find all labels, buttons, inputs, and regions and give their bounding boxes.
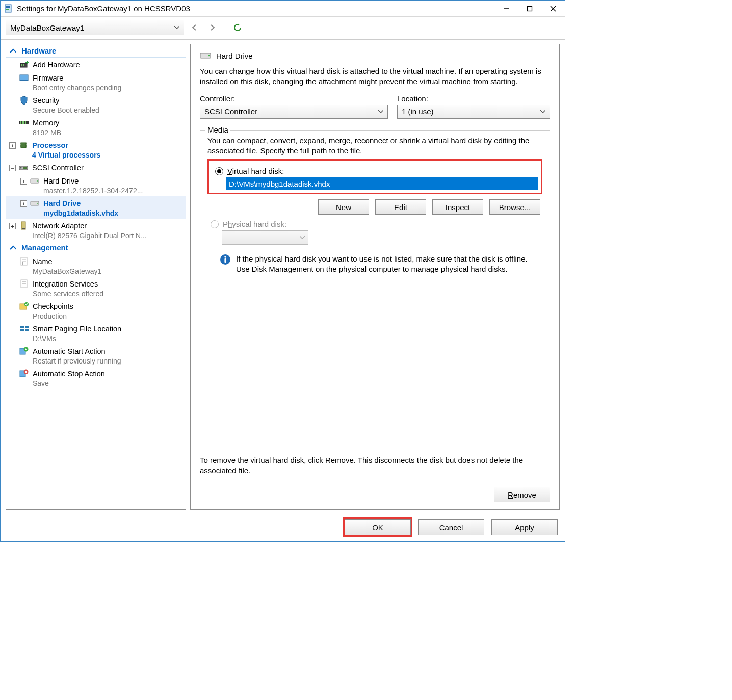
- inspect-button[interactable]: Inspect: [432, 199, 483, 215]
- expander-icon[interactable]: +: [20, 200, 27, 207]
- dialog-button-bar: OK Cancel Apply: [1, 514, 565, 541]
- cancel-button[interactable]: Cancel: [418, 519, 484, 535]
- svg-point-32: [37, 180, 38, 182]
- remove-description: To remove the virtual hard disk, click R…: [200, 455, 550, 476]
- nav-forward-button[interactable]: [204, 20, 221, 35]
- tree-item-harddrive-2[interactable]: + Hard Drive mydbg1datadisk.vhdx: [6, 196, 186, 219]
- svg-rect-5: [528, 6, 532, 11]
- browse-button[interactable]: Browse...: [489, 199, 540, 215]
- tree-item-add-hardware[interactable]: Add Hardware: [6, 58, 186, 71]
- svg-rect-11: [23, 64, 24, 66]
- label: Firmware: [33, 73, 121, 83]
- edit-button[interactable]: Edit: [375, 199, 426, 215]
- chevron-down-icon: [300, 236, 305, 239]
- expander-icon[interactable]: +: [9, 223, 16, 229]
- tree-item-autostop[interactable]: Automatic Stop Action Save: [6, 367, 186, 389]
- management-section-header[interactable]: Management: [6, 241, 186, 254]
- physical-disk-select: [222, 230, 308, 245]
- location-select[interactable]: 1 (in use): [397, 105, 550, 119]
- sublabel: Some services offered: [33, 289, 103, 298]
- refresh-button[interactable]: [229, 20, 246, 35]
- svg-rect-49: [25, 329, 29, 331]
- sublabel: Intel(R) 82576 Gigabit Dual Port N...: [32, 231, 147, 240]
- hardware-section-header[interactable]: Hardware: [6, 44, 186, 58]
- tree-item-integration[interactable]: Integration Services Some services offer…: [6, 277, 186, 299]
- ok-button[interactable]: OK: [345, 519, 411, 535]
- tree-item-autostart[interactable]: Automatic Start Action Restart if previo…: [6, 344, 186, 367]
- phys-radio-label: Physical hard disk:: [223, 220, 286, 228]
- svg-rect-36: [22, 228, 25, 229]
- collapse-icon: [10, 48, 18, 54]
- controller-select[interactable]: SCSI Controller: [200, 105, 388, 119]
- chevron-down-icon: [174, 26, 179, 29]
- svg-rect-18: [22, 121, 23, 124]
- tree-item-firmware[interactable]: Firmware Boot entry changes pending: [6, 71, 186, 93]
- firmware-icon: [19, 73, 29, 83]
- remove-button[interactable]: Remove: [494, 487, 550, 502]
- vm-selector-value: MyDataBoxGateway1: [10, 23, 84, 32]
- cpu-icon: [19, 141, 28, 150]
- controller-label: Controller:: [200, 94, 388, 103]
- sublabel: 4 Virtual processors: [32, 150, 100, 160]
- nav-back-button[interactable]: [186, 20, 202, 35]
- new-button[interactable]: New: [318, 199, 369, 215]
- svg-point-57: [208, 55, 210, 56]
- tree-item-harddrive-1[interactable]: + Hard Drive master.1.2.18252.1-304-2472…: [6, 174, 186, 196]
- sublabel: D:\VMs: [33, 334, 121, 343]
- svg-rect-47: [25, 326, 29, 328]
- vhd-radio-label: Virtual hard disk:: [227, 167, 284, 175]
- tree-item-checkpoints[interactable]: Checkpoints Production: [6, 299, 186, 322]
- apply-button[interactable]: Apply: [491, 519, 558, 535]
- checkpoint-icon: [19, 302, 29, 311]
- svg-rect-20: [25, 121, 26, 124]
- autostart-icon: [19, 347, 29, 356]
- vm-selector[interactable]: MyDataBoxGateway1: [6, 20, 184, 35]
- toolbar: MyDataBoxGateway1: [1, 17, 565, 40]
- info-icon: [220, 254, 231, 265]
- media-groupbox: Media You can compact, convert, expand, …: [200, 130, 550, 448]
- expander-icon[interactable]: −: [9, 165, 16, 171]
- media-description: You can compact, convert, expand, merge,…: [207, 136, 542, 157]
- harddrive-icon: [30, 199, 39, 208]
- svg-rect-42: [22, 281, 26, 282]
- window-title: Settings for MyDataBoxGateway1 on HCSSRV…: [17, 4, 494, 13]
- tree-item-security[interactable]: Security Secure Boot enabled: [6, 93, 186, 116]
- svg-rect-15: [20, 75, 28, 80]
- minimize-button[interactable]: [494, 1, 518, 16]
- location-col: Location: 1 (in use): [397, 94, 550, 119]
- chevron-down-icon: [540, 110, 545, 113]
- tree-item-network-adapter[interactable]: + Network Adapter Intel(R) 82576 Gigabit…: [6, 219, 186, 241]
- tree-item-smart-paging[interactable]: Smart Paging File Location D:\VMs: [6, 322, 186, 344]
- svg-rect-13: [25, 62, 29, 63]
- svg-rect-10: [21, 64, 22, 66]
- phys-info-text: If the physical hard disk you want to us…: [236, 254, 540, 275]
- svg-rect-1: [6, 6, 10, 7]
- tree-item-scsi[interactable]: − SCSI Controller: [6, 161, 186, 174]
- expander-icon[interactable]: +: [9, 142, 16, 149]
- label: Security: [33, 96, 99, 106]
- remove-row: Remove: [200, 487, 550, 502]
- svg-rect-2: [6, 7, 10, 8]
- media-button-row: New Edit Inspect Browse...: [207, 199, 540, 215]
- svg-rect-43: [22, 283, 26, 284]
- tree-item-processor[interactable]: + Processor 4 Virtual processors: [6, 138, 186, 161]
- sublabel: master.1.2.18252.1-304-2472...: [43, 186, 143, 195]
- name-tag-icon: I: [19, 257, 29, 266]
- vhd-path-input[interactable]: D:\VMs\mydbg1datadisk.vhdx: [226, 177, 538, 190]
- management-section-label: Management: [21, 243, 68, 252]
- label: Smart Paging File Location: [33, 324, 121, 334]
- tree-item-memory[interactable]: Memory 8192 MB: [6, 116, 186, 138]
- vhd-radio-row[interactable]: Virtual hard disk:: [215, 167, 538, 175]
- tree-item-name[interactable]: I Name MyDataBoxGateway1: [6, 254, 186, 277]
- sublabel: Boot entry changes pending: [33, 83, 121, 92]
- svg-point-29: [20, 167, 22, 169]
- paging-icon: [19, 324, 29, 333]
- scsi-icon: [19, 163, 28, 172]
- expander-icon[interactable]: +: [20, 178, 27, 185]
- memory-icon: [19, 118, 29, 127]
- close-button[interactable]: [541, 1, 565, 16]
- svg-rect-46: [20, 326, 24, 328]
- svg-rect-60: [224, 258, 226, 263]
- maximize-button[interactable]: [518, 1, 541, 16]
- label: Name: [33, 257, 101, 267]
